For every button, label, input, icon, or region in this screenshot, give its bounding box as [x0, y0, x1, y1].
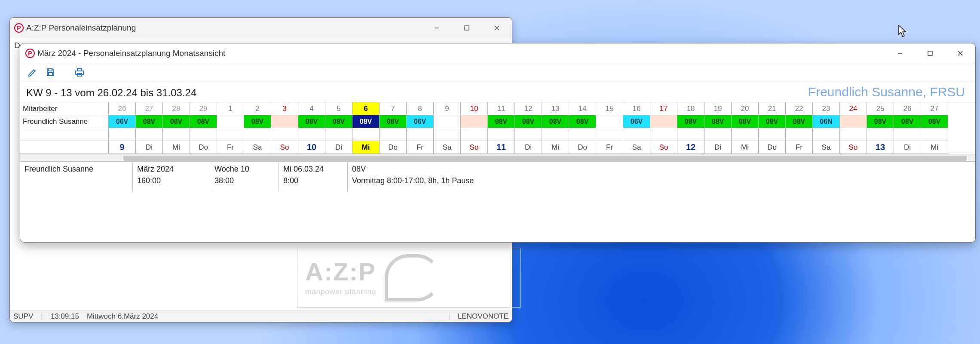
shift-cell[interactable] — [271, 115, 298, 128]
main-titlebar[interactable]: P A:Z:P Personaleinsatzplanung — [10, 18, 512, 38]
day-header[interactable]: 17 — [650, 102, 677, 115]
day-header[interactable]: 19 — [704, 102, 732, 115]
maximize-button[interactable] — [452, 18, 482, 38]
edit-button[interactable] — [26, 66, 38, 78]
day-footer[interactable]: Fr — [786, 141, 813, 154]
day-header[interactable]: 26 — [109, 102, 136, 115]
day-header[interactable]: 27 — [921, 102, 948, 115]
day-footer[interactable]: Di — [325, 141, 352, 154]
day-header[interactable]: 21 — [759, 102, 786, 115]
day-footer[interactable]: Sa — [434, 141, 461, 154]
day-footer[interactable]: So — [650, 141, 677, 154]
day-footer[interactable]: Mi — [732, 141, 759, 154]
day-header[interactable]: 27 — [136, 102, 163, 115]
shift-cell[interactable]: 06V — [407, 115, 434, 128]
day-footer[interactable]: Sa — [244, 141, 271, 154]
day-footer[interactable]: Do — [569, 141, 596, 154]
day-header[interactable]: 24 — [840, 102, 867, 115]
day-header[interactable]: 23 — [813, 102, 840, 115]
day-footer[interactable]: So — [461, 141, 488, 154]
day-footer[interactable]: Do — [759, 141, 786, 154]
shift-cell[interactable]: 08V — [515, 115, 542, 128]
day-footer[interactable]: So — [271, 141, 298, 154]
day-header[interactable]: 14 — [569, 102, 596, 115]
shift-cell[interactable] — [461, 115, 488, 128]
shift-cell[interactable]: 08V — [732, 115, 759, 128]
day-footer[interactable]: Mi — [542, 141, 569, 154]
day-header[interactable]: 29 — [190, 102, 217, 115]
shift-cell[interactable]: 08V — [136, 115, 163, 128]
day-header[interactable]: 1 — [217, 102, 244, 115]
day-footer[interactable]: Mi — [352, 141, 380, 154]
shift-cell[interactable]: 08V — [704, 115, 732, 128]
shift-cell[interactable]: 08V — [380, 115, 407, 128]
day-header[interactable]: 10 — [461, 102, 488, 115]
day-header[interactable]: 18 — [677, 102, 704, 115]
shift-cell[interactable]: 06N — [813, 115, 840, 128]
day-header[interactable]: 13 — [542, 102, 569, 115]
shift-cell[interactable]: 08V — [298, 115, 325, 128]
shift-cell[interactable]: 06V — [109, 115, 136, 128]
shift-cell[interactable]: 08V — [921, 115, 948, 128]
day-footer[interactable]: So — [840, 141, 867, 154]
shift-cell[interactable]: 08V — [894, 115, 921, 128]
day-header[interactable]: 2 — [244, 102, 271, 115]
shift-cell[interactable]: 08V — [569, 115, 596, 128]
day-footer[interactable]: Do — [190, 141, 217, 154]
scrollbar-thumb[interactable] — [123, 156, 967, 161]
day-footer[interactable]: 11 — [488, 141, 515, 154]
day-header[interactable]: 6 — [352, 102, 380, 115]
shift-cell[interactable]: 06V — [623, 115, 650, 128]
shift-cell[interactable] — [434, 115, 461, 128]
day-footer[interactable]: Di — [704, 141, 732, 154]
print-button[interactable] — [74, 66, 86, 78]
shift-cell[interactable]: 08V — [244, 115, 271, 128]
month-titlebar[interactable]: P März 2024 - Personaleinsatzplanung Mon… — [20, 43, 975, 63]
day-header[interactable]: 7 — [380, 102, 407, 115]
day-footer[interactable]: Fr — [407, 141, 434, 154]
day-footer[interactable]: Mi — [921, 141, 948, 154]
day-footer[interactable]: 13 — [867, 141, 894, 154]
day-header[interactable]: 11 — [488, 102, 515, 115]
shift-cell[interactable]: 08V — [677, 115, 704, 128]
day-header[interactable]: 4 — [298, 102, 325, 115]
day-header[interactable]: 8 — [407, 102, 434, 115]
shift-cell[interactable]: 08V — [190, 115, 217, 128]
shift-cell[interactable]: 08V — [163, 115, 190, 128]
shift-cell[interactable]: 08V — [488, 115, 515, 128]
shift-cell[interactable]: 08V — [352, 115, 380, 128]
day-footer[interactable]: Di — [136, 141, 163, 154]
shift-cell[interactable] — [840, 115, 867, 128]
day-header[interactable]: 3 — [271, 102, 298, 115]
shift-cell[interactable]: 08V — [759, 115, 786, 128]
day-header[interactable]: 20 — [732, 102, 759, 115]
minimize-button[interactable] — [885, 43, 915, 64]
close-button[interactable] — [482, 18, 512, 38]
day-footer[interactable]: Fr — [596, 141, 623, 154]
day-header[interactable]: 22 — [786, 102, 813, 115]
day-footer[interactable]: Mi — [163, 141, 190, 154]
close-button[interactable] — [945, 43, 975, 64]
maximize-button[interactable] — [915, 43, 945, 64]
day-footer[interactable]: 12 — [677, 141, 704, 154]
day-footer[interactable]: 10 — [298, 141, 325, 154]
shift-cell[interactable]: 08V — [542, 115, 569, 128]
shift-cell[interactable]: 08V — [325, 115, 352, 128]
day-footer[interactable]: Fr — [217, 141, 244, 154]
employee-row-label[interactable]: Freundlich Susanne — [20, 115, 109, 128]
shift-cell[interactable] — [650, 115, 677, 128]
day-header[interactable]: 26 — [894, 102, 921, 115]
shift-cell[interactable]: 08V — [867, 115, 894, 128]
day-footer[interactable]: 9 — [109, 141, 136, 154]
day-header[interactable]: 25 — [867, 102, 894, 115]
day-footer[interactable]: Sa — [813, 141, 840, 154]
day-header[interactable]: 16 — [623, 102, 650, 115]
day-header[interactable]: 9 — [434, 102, 461, 115]
day-footer[interactable]: Sa — [623, 141, 650, 154]
horizontal-scrollbar[interactable] — [20, 154, 975, 162]
shift-cell[interactable] — [596, 115, 623, 128]
day-header[interactable]: 12 — [515, 102, 542, 115]
day-header[interactable]: 28 — [163, 102, 190, 115]
day-footer[interactable]: Di — [894, 141, 921, 154]
minimize-button[interactable] — [422, 18, 452, 38]
